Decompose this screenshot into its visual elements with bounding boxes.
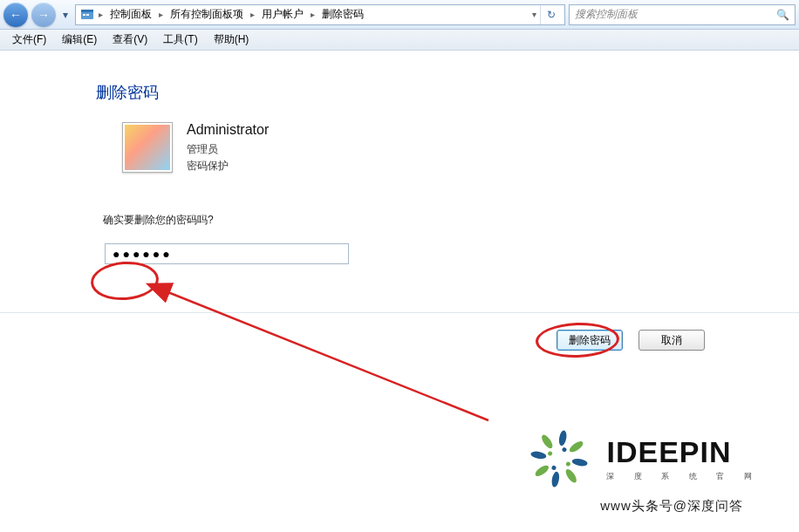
annotation-arrow	[131, 281, 497, 429]
svg-rect-3	[86, 14, 89, 16]
password-input[interactable]: ●●●●●●	[105, 243, 349, 264]
button-row: 删除密码 取消	[557, 330, 705, 351]
watermark-tag: 深 度 系 统 官 网	[606, 471, 761, 482]
svg-line-5	[166, 291, 488, 420]
search-icon: 🔍	[776, 9, 789, 21]
chevron-down-icon[interactable]: ▾	[530, 10, 538, 19]
refresh-icon: ↻	[547, 9, 556, 21]
separator	[0, 312, 799, 313]
swirl-icon	[524, 424, 594, 494]
confirm-prompt: 确实要删除您的密码吗?	[103, 213, 799, 228]
breadcrumb-item[interactable]: 所有控制面板项	[167, 5, 247, 24]
control-panel-icon	[79, 7, 95, 23]
svg-point-16	[551, 465, 557, 471]
svg-point-11	[534, 463, 550, 478]
menu-tools[interactable]: 工具(T)	[156, 30, 204, 50]
svg-rect-1	[81, 10, 93, 12]
watermark-logo: IDEEPIN 深 度 系 统 官 网	[524, 424, 761, 494]
breadcrumb-sep: ▸	[309, 10, 317, 19]
breadcrumb-sep: ▸	[97, 10, 105, 19]
content-pane: 删除密码 Administrator 管理员 密码保护 确实要删除您的密码吗? …	[0, 51, 799, 264]
svg-point-6	[558, 430, 568, 447]
svg-point-14	[562, 447, 568, 453]
breadcrumb-item[interactable]: 用户帐户	[258, 5, 307, 24]
menu-file[interactable]: 文件(F)	[5, 30, 53, 50]
watermark-brand: IDEEPIN	[606, 435, 761, 469]
avatar-image	[125, 125, 170, 170]
menu-help[interactable]: 帮助(H)	[207, 30, 256, 50]
watermark-credit: www头条号@深度问答	[600, 498, 743, 515]
password-value: ●●●●●●	[113, 247, 173, 261]
back-icon: ←	[10, 8, 22, 22]
breadcrumb-item[interactable]: 控制面板	[106, 5, 155, 24]
search-input[interactable]: 搜索控制面板 🔍	[569, 4, 796, 25]
breadcrumb-sep: ▸	[157, 10, 165, 19]
menu-edit[interactable]: 编辑(E)	[55, 30, 104, 50]
svg-point-12	[530, 450, 547, 460]
svg-point-15	[565, 461, 571, 467]
user-name: Administrator	[187, 122, 269, 138]
breadcrumb-sep: ▸	[249, 10, 256, 19]
user-info-block: Administrator 管理员 密码保护	[122, 122, 799, 174]
svg-point-10	[551, 471, 561, 488]
page-title: 删除密码	[96, 82, 799, 103]
svg-point-9	[564, 467, 579, 484]
svg-point-17	[548, 451, 554, 457]
user-role: 管理员	[187, 141, 269, 158]
refresh-button[interactable]: ↻	[540, 5, 561, 24]
menu-bar: 文件(F) 编辑(E) 查看(V) 工具(T) 帮助(H)	[0, 30, 799, 51]
search-placeholder: 搜索控制面板	[575, 7, 638, 22]
cancel-button[interactable]: 取消	[639, 330, 705, 351]
svg-point-7	[568, 440, 584, 454]
back-button[interactable]: ←	[3, 3, 28, 27]
address-bar[interactable]: ▸ 控制面板 ▸ 所有控制面板项 ▸ 用户帐户 ▸ 删除密码 ▾ ↻	[75, 4, 565, 25]
nav-toolbar: ← → ▾ ▸ 控制面板 ▸ 所有控制面板项 ▸ 用户帐户 ▸ 删除密码 ▾ ↻…	[0, 0, 799, 30]
forward-button[interactable]: →	[31, 3, 56, 27]
svg-point-8	[572, 458, 589, 467]
svg-rect-2	[83, 14, 85, 16]
menu-view[interactable]: 查看(V)	[106, 30, 154, 50]
delete-password-button[interactable]: 删除密码	[557, 330, 623, 351]
annotation-circle	[90, 259, 160, 302]
nav-history-dropdown[interactable]: ▾	[59, 6, 72, 24]
user-status: 密码保护	[187, 158, 269, 174]
avatar	[122, 122, 173, 173]
forward-icon: →	[38, 8, 50, 22]
chevron-down-icon: ▾	[63, 9, 68, 21]
svg-point-13	[540, 433, 555, 450]
breadcrumb-item[interactable]: 删除密码	[318, 5, 367, 24]
